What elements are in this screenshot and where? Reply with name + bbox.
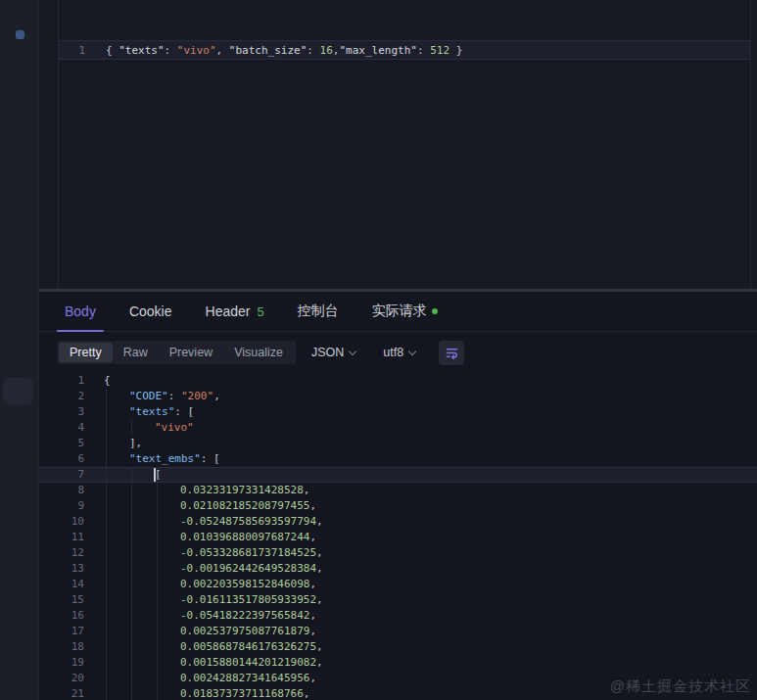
response-panel: BodyCookieHeader5控制台实际请求 PrettyRawPrevie… [39, 292, 757, 700]
json-line-7: 7[ [39, 467, 757, 483]
json-line-5: 5], [39, 436, 757, 451]
indent-guide [131, 498, 132, 514]
wrap-text-icon [445, 346, 459, 360]
line-number: 10 [39, 514, 84, 530]
indent-guide [131, 686, 132, 700]
code-token: -0.016113517805933952 [180, 593, 316, 606]
tab-actual-request[interactable]: 实际请求 [372, 292, 438, 331]
indent-guide [106, 389, 107, 404]
tab-console[interactable]: 控制台 [298, 292, 339, 331]
indent-guide [157, 514, 158, 530]
indent-guide [106, 577, 107, 592]
code-token: : [165, 44, 177, 57]
tab-label: 实际请求 [372, 303, 427, 320]
json-code: 0.010396880097687244, [104, 530, 757, 545]
json-code: 0.0058687846176326275, [104, 639, 757, 655]
code-token: "CODE" [129, 390, 168, 402]
response-body-viewer[interactable]: 1{2"CODE": "200",3"texts": [4"vivo"5],6"… [39, 373, 757, 700]
indent-guide [106, 404, 107, 420]
json-code: "CODE": "200", [104, 389, 757, 404]
tab-header[interactable]: Header5 [206, 292, 264, 331]
line-number: 16 [39, 608, 84, 624]
json-line-8: 80.03233197331428528, [39, 483, 757, 498]
json-line-2: 2"CODE": "200", [39, 389, 757, 404]
indent-guide [131, 530, 132, 545]
format-select[interactable]: JSON [311, 346, 355, 359]
indent-guide [157, 624, 158, 639]
json-line-14: 140.002203598152846098, [39, 577, 757, 592]
json-code: "texts": [ [104, 404, 757, 420]
code-token: "max_length" [339, 44, 416, 57]
code-token: , [309, 578, 316, 590]
json-code: [ [104, 467, 757, 483]
view-mode-pretty[interactable]: Pretty [59, 343, 113, 362]
indent-guide [106, 639, 107, 655]
line-number: 8 [39, 483, 84, 498]
json-code: -0.05418222397565842, [104, 608, 757, 624]
line-number: 21 [39, 686, 84, 700]
app-logo-icon[interactable] [16, 30, 24, 39]
code-token: : [168, 390, 181, 402]
json-line-18: 180.0058687846176326275, [39, 639, 757, 655]
json-line-13: 13-0.001962442649528384, [39, 561, 757, 577]
line-number: 3 [39, 404, 84, 420]
json-line-1: 1{ [39, 373, 757, 389]
indent-guide [157, 545, 158, 561]
code-token: 0.021082185208797455 [180, 499, 309, 512]
indent-guide [157, 498, 158, 514]
code-token: : [174, 405, 187, 418]
view-mode-raw[interactable]: Raw [113, 343, 159, 362]
indent-guide [131, 592, 132, 608]
code-token: [ [213, 452, 220, 465]
code-token: ], [129, 437, 142, 449]
code-token: "vivo" [155, 421, 194, 434]
tab-label: Cookie [129, 303, 172, 319]
indent-guide [157, 608, 158, 624]
request-body-editor[interactable]: 1 { "texts": "vivo", "batch_size": 16,"m… [39, 0, 757, 289]
code-token: "200" [181, 390, 213, 402]
wrap-text-button[interactable] [439, 341, 464, 365]
code-token: 512 [430, 44, 449, 57]
indent-guide [106, 608, 107, 624]
format-select-label: JSON [311, 346, 344, 359]
request-editor-line[interactable]: 1 { "texts": "vivo", "batch_size": 16,"m… [59, 40, 750, 60]
code-token: 0.0058687846176326275 [180, 640, 316, 653]
indent-guide [131, 655, 132, 671]
indent-guide [131, 608, 132, 624]
indent-guide [106, 420, 107, 436]
code-token: , [316, 640, 323, 653]
code-token: : [307, 44, 319, 57]
indent-guide [106, 624, 107, 639]
line-number: 14 [39, 577, 84, 592]
code-token: -0.053328681737184525 [180, 546, 316, 559]
tab-label: 控制台 [298, 303, 339, 320]
code-token: , [316, 656, 323, 669]
code-token: { [104, 374, 111, 387]
code-token: : [201, 452, 213, 465]
json-line-19: 190.0015880144201219082, [39, 655, 757, 671]
json-code: 0.002428827341645956, [104, 671, 757, 686]
indent-guide [106, 436, 107, 451]
indent-guide [131, 624, 132, 639]
code-token: 0.002203598152846098 [180, 578, 309, 590]
tab-label: Body [65, 303, 96, 319]
json-code: "vivo" [104, 420, 757, 436]
code-token: "vivo" [177, 44, 216, 57]
tab-body[interactable]: Body [65, 292, 96, 331]
tab-cookie[interactable]: Cookie [129, 292, 172, 331]
code-token: , [216, 44, 229, 57]
code-token: -0.052487585693597794 [180, 515, 316, 528]
code-token: , [309, 499, 316, 512]
json-line-11: 110.010396880097687244, [39, 530, 757, 545]
text-cursor [154, 468, 156, 482]
code-token: 0.010396880097687244 [180, 531, 309, 543]
tab-label: Header [206, 303, 251, 319]
code-token: 0.03233197331428528 [180, 484, 304, 496]
view-mode-preview[interactable]: Preview [159, 343, 223, 362]
sidebar-selected-item[interactable] [3, 378, 33, 404]
json-code: { [104, 373, 757, 389]
indent-guide [106, 686, 107, 700]
encoding-select[interactable]: utf8 [383, 346, 415, 359]
view-mode-visualize[interactable]: Visualize [223, 343, 294, 362]
json-code: 0.03233197331428528, [104, 483, 757, 498]
